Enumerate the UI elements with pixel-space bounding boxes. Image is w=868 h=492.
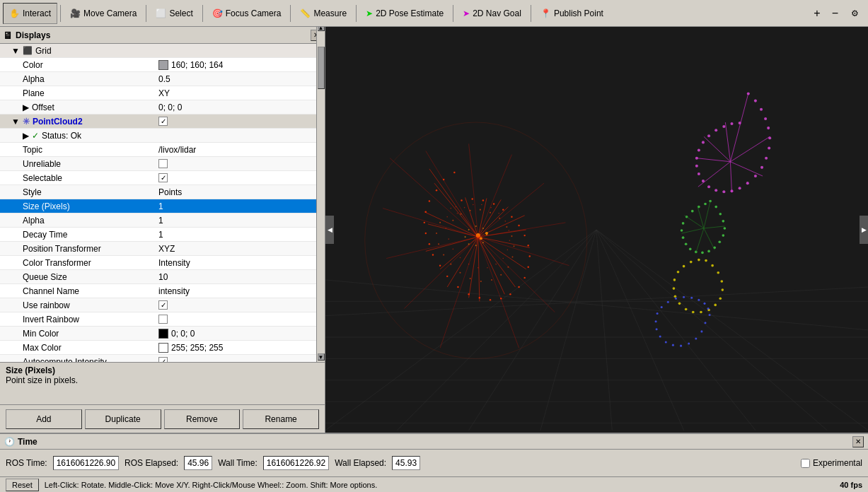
- unreliable-prop-name: Unreliable: [0, 159, 156, 169]
- focus-camera-button[interactable]: 🎯 Focus Camera: [206, 3, 288, 24]
- status-ok-name: ▶ ✓ Status: Ok: [0, 131, 156, 141]
- svg-point-97: [760, 166, 763, 169]
- rename-button[interactable]: Rename: [243, 409, 319, 429]
- main-content: 🖥 Displays ✕ ▼ ⬛ Grid: [0, 27, 868, 492]
- reset-button[interactable]: Reset: [6, 479, 39, 491]
- use-rainbow-checkbox[interactable]: [158, 300, 168, 310]
- svg-point-95: [768, 146, 770, 149]
- bottom-buttons: Add Duplicate Remove Rename: [0, 404, 325, 433]
- svg-point-37: [523, 277, 525, 279]
- add-button[interactable]: Add: [6, 409, 82, 429]
- svg-point-163: [673, 287, 676, 290]
- svg-point-80: [513, 245, 514, 247]
- svg-point-98: [754, 175, 757, 177]
- color-transformer-prop-value: Intensity: [156, 258, 325, 268]
- selectable-prop-value: [156, 173, 325, 182]
- svg-point-112: [714, 129, 717, 131]
- remove-display-button[interactable]: −: [827, 3, 843, 24]
- svg-point-186: [698, 299, 700, 301]
- grid-expand-icon[interactable]: ▼: [11, 46, 20, 56]
- autocompute-checkbox[interactable]: [158, 357, 168, 362]
- min-color-prop-value: 0; 0; 0: [156, 329, 325, 339]
- svg-point-21: [436, 189, 437, 191]
- svg-point-174: [680, 345, 682, 347]
- use-rainbow-row: Use rainbow: [0, 298, 325, 312]
- wall-time-value: 1616061226.92: [263, 456, 329, 470]
- autocompute-prop-value: [156, 357, 325, 362]
- settings-button[interactable]: ⚙: [845, 3, 865, 24]
- unreliable-checkbox[interactable]: [158, 159, 168, 168]
- offset-expand-icon[interactable]: ▶: [23, 102, 29, 112]
- interact-button[interactable]: ✋ Interact: [3, 3, 57, 24]
- scroll-up-button[interactable]: ▲: [318, 27, 325, 31]
- svg-point-197: [448, 238, 449, 240]
- minus-icon: −: [832, 7, 838, 20]
- svg-point-155: [719, 297, 722, 300]
- max-color-swatch[interactable]: [158, 343, 168, 353]
- max-color-row: Max Color 255; 255; 255: [0, 341, 325, 355]
- svg-point-44: [502, 209, 504, 210]
- 2d-pose-button[interactable]: ➤ 2D Pose Estimate: [359, 3, 450, 24]
- pointcloud2-expand-icon[interactable]: ▼: [11, 117, 20, 127]
- add-display-button[interactable]: +: [809, 3, 825, 24]
- min-color-swatch[interactable]: [158, 329, 168, 339]
- svg-point-172: [695, 337, 697, 339]
- time-close-button[interactable]: ✕: [852, 436, 864, 447]
- invert-rainbow-checkbox[interactable]: [158, 315, 168, 324]
- svg-point-81: [511, 235, 512, 237]
- decay-time-prop-value: 1: [156, 230, 325, 240]
- svg-point-181: [661, 306, 663, 308]
- pos-transformer-prop-value: XYZ: [156, 244, 325, 254]
- selectable-checkbox[interactable]: [158, 173, 168, 182]
- select-button[interactable]: ⬜ Select: [149, 3, 199, 24]
- max-color-prop-value: 255; 255; 255: [156, 343, 325, 353]
- 3d-viewport[interactable]: ◀ ▶: [325, 27, 868, 433]
- duplicate-button[interactable]: Duplicate: [85, 409, 161, 429]
- svg-point-177: [659, 335, 661, 337]
- pointcloud2-name: ▼ ✳ PointCloud2: [0, 117, 156, 127]
- svg-point-125: [714, 206, 717, 209]
- max-color-prop-name: Max Color: [0, 343, 156, 353]
- displays-header: 🖥 Displays ✕: [0, 27, 325, 44]
- collapse-left-arrow[interactable]: ◀: [325, 216, 334, 244]
- svg-point-180: [656, 312, 659, 315]
- svg-point-235: [465, 236, 466, 238]
- svg-point-176: [665, 341, 667, 344]
- collapse-right-arrow[interactable]: ▶: [860, 216, 868, 244]
- svg-point-22: [429, 200, 430, 201]
- svg-point-28: [439, 264, 441, 266]
- status-expand-icon[interactable]: ▶: [23, 131, 29, 141]
- svg-point-26: [429, 243, 430, 245]
- svg-point-68: [439, 222, 441, 223]
- move-camera-button[interactable]: 🎥 Move Camera: [64, 3, 143, 24]
- scroll-down-button[interactable]: ▼: [318, 353, 325, 361]
- remove-button[interactable]: Remove: [164, 409, 241, 429]
- svg-point-183: [675, 298, 677, 300]
- invert-rainbow-prop-value: [156, 315, 325, 324]
- svg-point-45: [493, 203, 494, 204]
- alpha-row: Alpha 0.5: [0, 72, 325, 86]
- pointcloud2-checkbox-value: [156, 117, 325, 126]
- measure-button[interactable]: 📏 Measure: [294, 3, 353, 24]
- svg-point-77: [500, 274, 502, 276]
- alpha-prop-name: Alpha: [0, 74, 156, 84]
- svg-point-71: [443, 254, 444, 255]
- svg-point-232: [482, 242, 484, 243]
- pointcloud2-checkbox[interactable]: [158, 117, 168, 126]
- channel-name-prop-value: intensity: [156, 286, 325, 296]
- queue-size-row: Queue Size 10: [0, 270, 325, 284]
- svg-point-104: [707, 185, 710, 188]
- scrollbar[interactable]: ▲ ▼: [316, 27, 325, 362]
- experimental-checkbox[interactable]: [801, 459, 810, 468]
- scroll-track: [318, 33, 325, 352]
- svg-point-187: [703, 303, 705, 305]
- color-swatch[interactable]: [158, 60, 168, 70]
- offset-prop-name: ▶ Offset: [0, 102, 156, 112]
- scroll-thumb[interactable]: [318, 47, 325, 89]
- svg-point-88: [452, 220, 453, 221]
- ruler-icon: 📏: [300, 8, 311, 18]
- size-pixels-row[interactable]: Size (Pixels) 1: [0, 199, 325, 213]
- publish-point-button[interactable]: 📍 Publish Point: [534, 3, 610, 24]
- 2d-nav-button[interactable]: ➤ 2D Nav Goal: [456, 3, 528, 24]
- svg-point-33: [490, 299, 491, 300]
